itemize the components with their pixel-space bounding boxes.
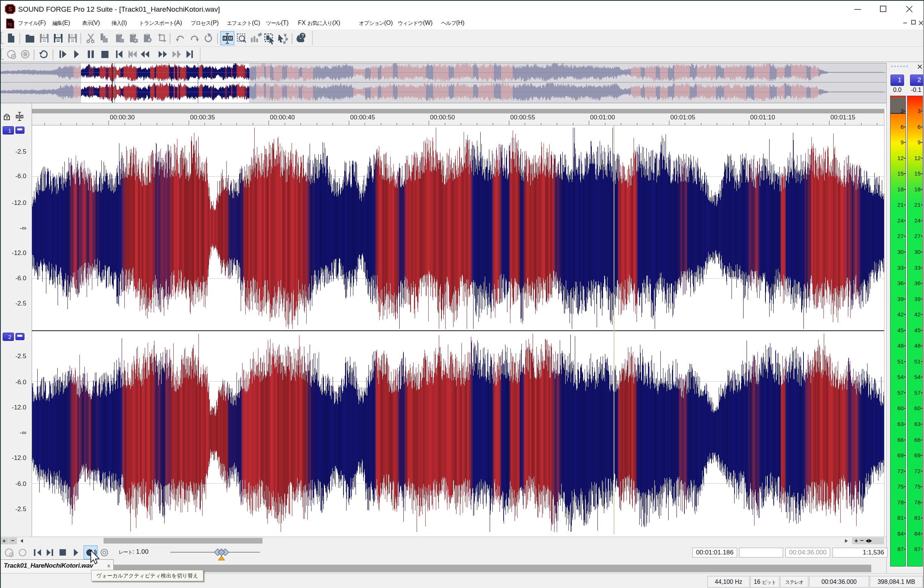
svg-text:frg: frg	[8, 22, 12, 26]
svg-text:S: S	[8, 6, 12, 12]
